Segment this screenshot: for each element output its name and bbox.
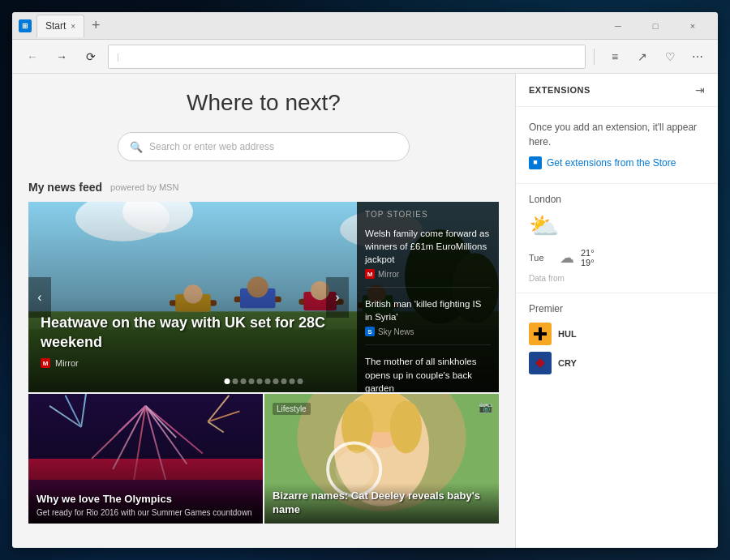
carousel-prev-button[interactable]: ‹: [28, 277, 51, 318]
sky-icon-1: S: [365, 327, 375, 336]
carousel-dots: [225, 378, 303, 384]
content-area: Where to next? 🔍 Search or enter web add…: [12, 74, 718, 548]
premier-title: Premier: [529, 303, 705, 314]
top-stories-label: TOP STORIES: [365, 210, 491, 219]
olympics-subtitle: Get ready for Rio 2016 with our Summer G…: [36, 508, 255, 517]
carousel-dot-3[interactable]: [249, 378, 255, 384]
store-icon: ■: [529, 156, 542, 169]
refresh-button[interactable]: ⟳: [79, 45, 103, 69]
carousel-dot-4[interactable]: [257, 378, 263, 384]
search-placeholder: Search or enter web address: [149, 141, 274, 152]
sub-news-card-olympics[interactable]: Why we love The Olympics Get ready for R…: [28, 394, 263, 524]
carousel-dot-2[interactable]: [241, 378, 247, 384]
olympics-title: Why we love The Olympics: [36, 493, 255, 507]
top-stories-panel: TOP STORIES Welsh family come forward as…: [357, 202, 499, 392]
favorites-button[interactable]: ♡: [658, 45, 682, 69]
address-bar[interactable]: |: [108, 45, 586, 69]
story-title-2: The mother of all sinkholes opens up in …: [365, 355, 491, 392]
share-button[interactable]: ↗: [630, 45, 655, 69]
carousel-dot-6[interactable]: [273, 378, 279, 384]
story-title-0: Welsh family come forward as winners of …: [365, 227, 491, 266]
nav-divider: [594, 49, 595, 65]
carousel-dot-8[interactable]: [290, 378, 295, 384]
more-button[interactable]: ⋯: [685, 45, 710, 69]
weather-location: London: [529, 194, 705, 205]
page-title: Where to next?: [12, 90, 515, 116]
pin-button[interactable]: ⇥: [695, 83, 705, 96]
carousel-dot-0[interactable]: [225, 378, 230, 384]
team-row-hull: HUL: [529, 323, 705, 345]
story-source-1: S Sky News: [365, 327, 491, 336]
hamburger-button[interactable]: ≡: [603, 45, 627, 69]
story-item-0[interactable]: Welsh family come forward as winners of …: [365, 227, 491, 288]
crystal-badge: [529, 352, 552, 374]
navigation-bar: ← → ⟳ | ≡ ↗ ♡ ⋯: [12, 40, 718, 74]
carousel-dot-9[interactable]: [298, 378, 303, 384]
crystal-name: CRY: [558, 358, 577, 368]
cat-category: Lifestyle: [273, 400, 311, 415]
svg-point-43: [390, 400, 422, 453]
olympics-bottom: Why we love The Olympics Get ready for R…: [28, 486, 263, 524]
extensions-description: Once you add an extension, it'll appear …: [529, 122, 697, 147]
sub-news-grid: Why we love The Olympics Get ready for R…: [28, 394, 499, 524]
hull-name: HUL: [558, 329, 577, 339]
browser-window: ⊞ Start × + ─ □ × ← → ⟳ | ≡ ↗ ♡ ⋯ Wher: [12, 12, 718, 548]
team-row-crystal: CRY: [529, 352, 705, 374]
story-item-1[interactable]: British man 'killed fighting IS in Syria…: [365, 297, 491, 345]
cat-title: Bizarre names: Cat Deeley reveals baby's…: [273, 489, 491, 517]
minimize-button[interactable]: ─: [599, 12, 637, 40]
weather-cloud-icon: ☁: [560, 249, 574, 267]
weather-high: 21°: [581, 248, 595, 258]
carousel-dot-5[interactable]: [265, 378, 271, 384]
main-news-headline: Heatwave on the way with UK set for 28C …: [41, 314, 349, 352]
story-title-1: British man 'killed fighting IS in Syria…: [365, 297, 491, 323]
back-button[interactable]: ←: [20, 45, 45, 69]
weather-widget: London ⛅ Tue ☁ 21° 19° Data from: [516, 183, 718, 293]
sub-news-card-cat[interactable]: 📷 Lifestyle Bizarre names: Cat Deeley re…: [264, 394, 499, 524]
search-bar[interactable]: 🔍 Search or enter web address: [118, 132, 410, 161]
extensions-store-link[interactable]: ■ Get extensions from the Store: [529, 156, 705, 170]
carousel-dot-7[interactable]: [281, 378, 287, 384]
main-source-icon: M: [41, 358, 50, 368]
story-source-0: M Mirror: [365, 269, 491, 279]
browser-tab[interactable]: Start ×: [36, 15, 84, 37]
title-bar: ⊞ Start × + ─ □ ×: [12, 12, 718, 40]
weather-temps: 21° 19°: [581, 248, 595, 267]
camera-icon: 📷: [479, 400, 492, 413]
carousel-next-button[interactable]: ›: [326, 277, 349, 318]
browser-main: Where to next? 🔍 Search or enter web add…: [12, 74, 515, 548]
hull-badge: [529, 323, 552, 345]
maximize-button[interactable]: □: [637, 12, 674, 40]
forward-button[interactable]: →: [49, 45, 74, 69]
premier-widget: Premier HUL: [516, 293, 718, 548]
cat-bottom: Bizarre names: Cat Deeley reveals baby's…: [264, 483, 499, 524]
nav-actions: ≡ ↗ ♡ ⋯: [603, 45, 710, 69]
weather-low: 19°: [581, 258, 595, 267]
new-tab-button[interactable]: +: [84, 15, 107, 37]
news-section: My news feed powered by MSN: [12, 181, 515, 524]
main-news-bottom: Heatwave on the way with UK set for 28C …: [41, 314, 349, 368]
extensions-header: EXTENSIONS ⇥: [516, 74, 718, 107]
main-news-card[interactable]: TOP STORIES Welsh family come forward as…: [28, 202, 499, 392]
extensions-title: EXTENSIONS: [529, 85, 590, 95]
weather-data-from: Data from: [529, 274, 705, 283]
extensions-body: Once you add an extension, it'll appear …: [516, 107, 718, 183]
main-news-source: M Mirror: [41, 358, 349, 368]
extensions-store-text: Get extensions from the Store: [547, 156, 676, 170]
story-item-2[interactable]: The mother of all sinkholes opens up in …: [365, 355, 491, 392]
news-header: My news feed powered by MSN: [28, 181, 499, 194]
search-container: 🔍 Search or enter web address: [12, 132, 515, 161]
address-bar-text: |: [117, 52, 119, 62]
tab-close-button[interactable]: ×: [71, 22, 75, 31]
weather-day-row: Tue ☁ 21° 19°: [529, 248, 705, 267]
extensions-panel: EXTENSIONS ⇥ Once you add an extension, …: [515, 74, 718, 548]
news-section-title: My news feed: [28, 181, 102, 194]
close-button[interactable]: ×: [674, 12, 711, 40]
weather-day-label: Tue: [529, 253, 553, 263]
news-powered-by: powered by MSN: [110, 182, 178, 192]
carousel-dot-1[interactable]: [233, 378, 238, 384]
svg-rect-48: [539, 327, 542, 340]
weather-current: ⛅: [529, 212, 705, 240]
search-icon: 🔍: [130, 141, 143, 153]
window-controls: ─ □ ×: [599, 12, 711, 40]
